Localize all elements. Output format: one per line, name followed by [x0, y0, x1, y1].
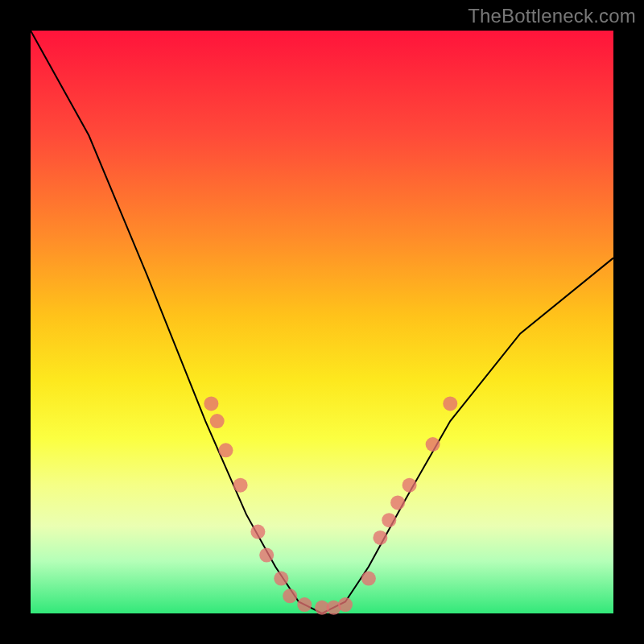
plot-area [31, 31, 613, 613]
data-marker [250, 525, 265, 539]
data-marker [426, 437, 440, 452]
data-marker [219, 443, 233, 457]
data-marker [382, 513, 396, 527]
data-marker [373, 530, 387, 545]
watermark-text: TheBottleneck.com [468, 5, 636, 27]
data-marker [283, 588, 297, 603]
frame: TheBottleneck.com [0, 0, 644, 644]
data-marker [390, 495, 405, 510]
data-marker [297, 597, 312, 612]
data-marker [443, 396, 457, 411]
data-marker [361, 572, 376, 586]
data-marker [233, 478, 248, 493]
data-marker [210, 414, 225, 428]
data-marker [402, 478, 417, 493]
data-marker [338, 597, 353, 612]
chart-svg [31, 31, 613, 613]
bottleneck-curve [31, 31, 613, 613]
data-marker [204, 396, 218, 411]
data-marker [259, 548, 274, 563]
data-marker [274, 572, 288, 586]
curve-line [31, 31, 613, 613]
